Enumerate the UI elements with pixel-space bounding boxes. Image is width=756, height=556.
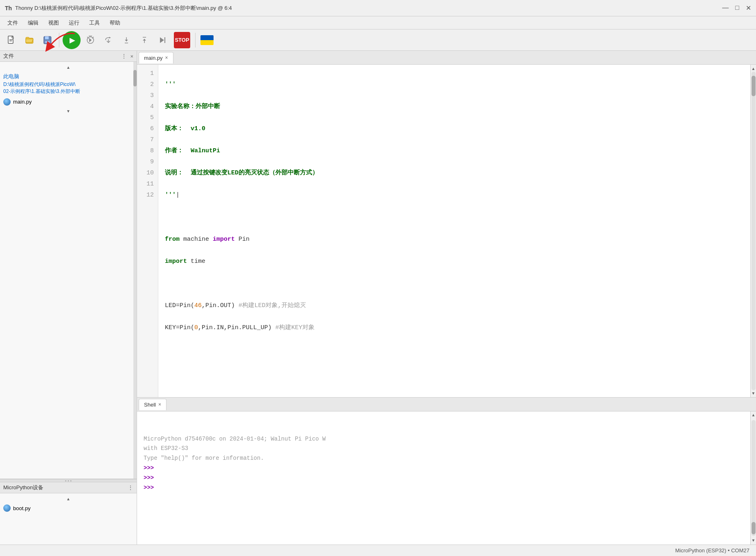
editor-tab-bar: main.py × bbox=[137, 51, 756, 65]
step-out-button[interactable] bbox=[136, 32, 153, 48]
shell-line-help: Type "help()" for more information. bbox=[144, 454, 749, 463]
shell-area: Shell × MicroPython d7546700c on 2024-01… bbox=[137, 397, 756, 545]
app-icon: Th bbox=[5, 5, 12, 11]
step-over-button[interactable] bbox=[100, 32, 117, 48]
shell-scroll-thumb[interactable] bbox=[752, 522, 756, 534]
shell-content[interactable]: MicroPython d7546700c on 2024-01-04; Wal… bbox=[137, 411, 756, 545]
file-panel-scrollbar[interactable] bbox=[133, 62, 137, 479]
code-line-9: import time bbox=[165, 256, 744, 267]
menubar: 文件 编辑 视图 运行 工具 帮助 bbox=[0, 16, 756, 29]
file-panel-close[interactable]: × bbox=[130, 53, 133, 59]
file-scroll-up[interactable]: ▲ bbox=[0, 63, 137, 71]
code-line-11: LED=Pin(46,Pin.OUT) #构建LED对象,开始熄灭 bbox=[165, 300, 744, 311]
editor-scrollbar[interactable]: ▲ ▼ bbox=[750, 65, 756, 397]
shell-line-empty-2 bbox=[144, 425, 749, 434]
file-path: D:\核桃派例程代码\核桃派PicoW\02-示例程序\1.基础实验\3.外部中… bbox=[0, 81, 137, 97]
python-file-icon bbox=[3, 98, 11, 106]
titlebar-left: Th Thonny D:\核桃派例程代码\核桃派PicoW\02-示例程序\1.… bbox=[5, 5, 232, 12]
code-line-3: 版本： v1.0 bbox=[165, 123, 744, 134]
shell-prompt-3: >>> bbox=[144, 483, 749, 493]
line-num-12: 12 bbox=[137, 190, 158, 201]
sidebar: 文件 ⋮ × ▲ 此电脑 D:\核桃派例程代码\核桃派PicoW\02-示例程序… bbox=[0, 51, 137, 545]
file-panel: 文件 ⋮ × ▲ 此电脑 D:\核桃派例程代码\核桃派PicoW\02-示例程序… bbox=[0, 51, 137, 479]
code-line-2: 实验名称：外部中断 bbox=[165, 101, 744, 112]
menu-help[interactable]: 帮助 bbox=[106, 18, 124, 28]
editor-scroll-thumb[interactable] bbox=[752, 76, 756, 96]
menu-view[interactable]: 视图 bbox=[44, 18, 63, 28]
shell-tab-close[interactable]: × bbox=[158, 402, 161, 407]
shell-prompt-2: >>> bbox=[144, 473, 749, 483]
code-line-5: 说明： 通过按键改变LED的亮灭状态（外部中断方式） bbox=[165, 167, 744, 179]
step-into-button[interactable] bbox=[118, 32, 135, 48]
line-num-8: 8 bbox=[137, 145, 158, 156]
code-line-7 bbox=[165, 212, 744, 223]
line-num-2: 2 bbox=[137, 79, 158, 90]
file-scroll-down[interactable]: ▼ bbox=[0, 107, 137, 115]
shell-tab[interactable]: Shell × bbox=[139, 399, 166, 410]
file-panel-menu[interactable]: ⋮ bbox=[121, 53, 127, 59]
editor-scroll-up-arrow[interactable]: ▲ bbox=[751, 66, 756, 72]
shell-line-micropython: MicroPython d7546700c on 2024-01-04; Wal… bbox=[144, 434, 749, 444]
device-panel: • • • MicroPython设备 ⋮ ▲ boot.py bbox=[0, 479, 137, 545]
menu-file[interactable]: 文件 bbox=[3, 18, 22, 28]
shell-scrollbar[interactable]: ▲ ▼ bbox=[750, 411, 756, 545]
line-num-1: 1 bbox=[137, 68, 158, 79]
shell-scroll-down-arrow[interactable]: ▼ bbox=[751, 538, 755, 544]
code-line-4: 作者： WalnutPi bbox=[165, 145, 744, 156]
device-file-boot-py[interactable]: boot.py bbox=[0, 503, 137, 513]
debug-button[interactable] bbox=[82, 32, 99, 48]
resize-handle[interactable]: • • • bbox=[0, 479, 137, 482]
device-file-name: boot.py bbox=[13, 505, 31, 511]
new-file-button[interactable] bbox=[3, 32, 20, 48]
line-num-9: 9 bbox=[137, 156, 158, 167]
titlebar-controls[interactable]: — □ ✕ bbox=[722, 4, 751, 12]
stop-button[interactable]: STOP bbox=[174, 32, 190, 48]
code-line-6: '''| bbox=[165, 190, 744, 201]
toolbar-separator-1 bbox=[59, 33, 59, 47]
shell-prompt-1: >>> bbox=[144, 463, 749, 473]
save-button[interactable] bbox=[39, 32, 56, 48]
titlebar: Th Thonny D:\核桃派例程代码\核桃派PicoW\02-示例程序\1.… bbox=[0, 0, 756, 16]
code-line-12: KEY=Pin(0,Pin.IN,Pin.PULL_UP) #构建KEY对象 bbox=[165, 322, 744, 333]
resume-button[interactable] bbox=[154, 32, 171, 48]
line-numbers: 1 2 3 4 5 6 7 8 9 10 11 12 bbox=[137, 65, 158, 397]
computer-label[interactable]: 此电脑 bbox=[0, 71, 137, 81]
shell-scroll-track[interactable] bbox=[752, 420, 756, 536]
editor-scroll-track[interactable] bbox=[752, 72, 756, 390]
line-num-3: 3 bbox=[137, 90, 158, 101]
open-file-button[interactable] bbox=[21, 32, 38, 48]
file-panel-title: 文件 bbox=[3, 52, 14, 60]
shell-line-empty-1 bbox=[144, 415, 749, 425]
ukraine-flag-icon bbox=[200, 35, 214, 45]
file-item-main-py[interactable]: main.py bbox=[0, 97, 137, 107]
toolbar: STOP bbox=[0, 29, 756, 51]
maximize-button[interactable]: □ bbox=[735, 4, 739, 12]
device-panel-title: MicroPython设备 bbox=[3, 484, 43, 491]
window-title: Thonny D:\核桃派例程代码\核桃派PicoW\02-示例程序\1.基础实… bbox=[15, 5, 232, 12]
menu-tools[interactable]: 工具 bbox=[85, 18, 104, 28]
file-scrollbar-thumb[interactable] bbox=[133, 70, 137, 86]
line-num-11: 11 bbox=[137, 179, 158, 190]
editor-scroll-down-arrow[interactable]: ▼ bbox=[751, 390, 756, 396]
editor-tab-label: main.py bbox=[144, 55, 163, 61]
run-button[interactable] bbox=[63, 31, 81, 49]
device-panel-menu[interactable]: ⋮ bbox=[128, 484, 133, 491]
shell-tab-bar: Shell × bbox=[137, 398, 756, 411]
file-panel-content: ▲ 此电脑 D:\核桃派例程代码\核桃派PicoW\02-示例程序\1.基础实验… bbox=[0, 62, 137, 479]
menu-edit[interactable]: 编辑 bbox=[24, 18, 43, 28]
code-line-8: from machine import Pin bbox=[165, 234, 744, 245]
shell-scroll-up-arrow[interactable]: ▲ bbox=[751, 412, 755, 418]
file-name: main.py bbox=[13, 99, 32, 105]
code-editor[interactable]: 1 2 3 4 5 6 7 8 9 10 11 12 ''' 实验名称：外部中断… bbox=[137, 65, 756, 397]
editor-area: main.py × 1 2 3 4 5 6 7 8 9 10 11 bbox=[137, 51, 756, 397]
menu-run[interactable]: 运行 bbox=[65, 18, 83, 28]
device-scroll-up[interactable]: ▲ bbox=[0, 495, 137, 503]
line-num-4: 4 bbox=[137, 101, 158, 112]
editor-tab-main-py[interactable]: main.py × bbox=[139, 52, 173, 63]
close-button[interactable]: ✕ bbox=[746, 4, 751, 12]
device-panel-content: ▲ boot.py bbox=[0, 493, 137, 545]
code-content[interactable]: ''' 实验名称：外部中断 版本： v1.0 作者： WalnutPi 说明： … bbox=[158, 65, 750, 397]
editor-tab-close[interactable]: × bbox=[165, 55, 168, 61]
minimize-button[interactable]: — bbox=[722, 4, 729, 12]
code-line-1: ''' bbox=[165, 79, 744, 90]
